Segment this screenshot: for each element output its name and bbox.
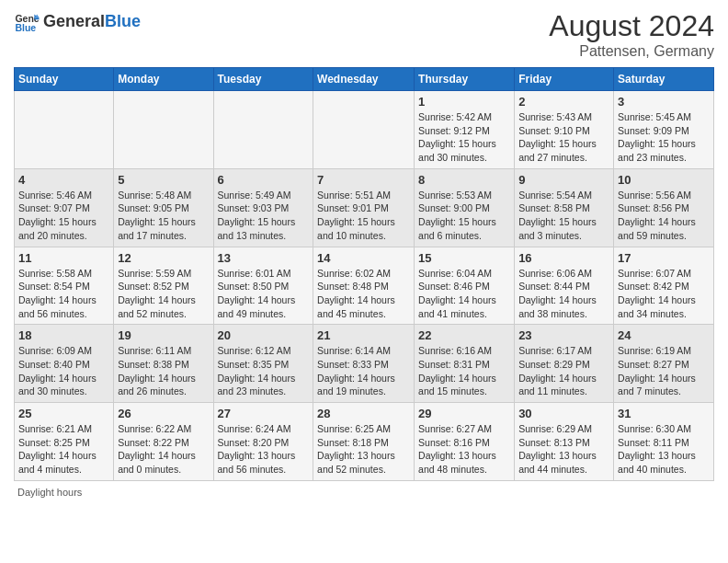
day-number: 13 — [218, 251, 310, 265]
calendar-cell: 10Sunrise: 5:56 AMSunset: 8:56 PMDayligh… — [614, 168, 714, 247]
logo-blue: Blue — [105, 12, 141, 30]
day-info: Sunrise: 6:19 AMSunset: 8:27 PMDaylight:… — [618, 344, 710, 398]
calendar-table: SundayMondayTuesdayWednesdayThursdayFrid… — [14, 67, 714, 481]
calendar-cell: 22Sunrise: 6:16 AMSunset: 8:31 PMDayligh… — [415, 325, 515, 403]
calendar-cell — [313, 91, 415, 169]
day-number: 4 — [18, 173, 109, 187]
day-number: 5 — [118, 173, 209, 187]
day-number: 18 — [18, 328, 109, 342]
calendar-cell: 25Sunrise: 6:21 AMSunset: 8:25 PMDayligh… — [15, 403, 114, 481]
logo-icon: General Blue — [14, 9, 40, 35]
day-info: Sunrise: 5:54 AMSunset: 8:58 PMDaylight:… — [518, 189, 609, 243]
day-info: Sunrise: 5:43 AMSunset: 9:10 PMDaylight:… — [518, 110, 609, 165]
day-number: 26 — [118, 407, 209, 420]
calendar-cell — [114, 91, 213, 169]
page-title: August 2024 — [549, 9, 714, 43]
day-number: 17 — [618, 251, 710, 265]
day-info: Sunrise: 5:45 AMSunset: 9:09 PMDaylight:… — [618, 110, 710, 165]
calendar-week-row: 11Sunrise: 5:58 AMSunset: 8:54 PMDayligh… — [15, 247, 714, 325]
title-block: August 2024 Pattensen, Germany — [549, 9, 714, 60]
day-info: Sunrise: 6:21 AMSunset: 8:25 PMDaylight:… — [18, 422, 109, 477]
day-number: 16 — [518, 251, 609, 265]
day-info: Sunrise: 5:59 AMSunset: 8:52 PMDaylight:… — [118, 267, 209, 321]
day-info: Sunrise: 5:53 AMSunset: 9:00 PMDaylight:… — [418, 189, 510, 243]
day-number: 28 — [317, 407, 410, 420]
day-of-week-header: Monday — [114, 68, 213, 91]
calendar-cell: 19Sunrise: 6:11 AMSunset: 8:38 PMDayligh… — [114, 325, 213, 403]
day-number: 20 — [218, 328, 310, 342]
calendar-cell: 24Sunrise: 6:19 AMSunset: 8:27 PMDayligh… — [614, 325, 714, 403]
calendar-cell: 14Sunrise: 6:02 AMSunset: 8:48 PMDayligh… — [313, 247, 415, 325]
calendar-cell: 13Sunrise: 6:01 AMSunset: 8:50 PMDayligh… — [213, 247, 313, 325]
calendar-cell — [213, 91, 313, 169]
day-info: Sunrise: 6:27 AMSunset: 8:16 PMDaylight:… — [418, 422, 510, 477]
calendar-header-row: SundayMondayTuesdayWednesdayThursdayFrid… — [15, 68, 714, 91]
calendar-cell: 8Sunrise: 5:53 AMSunset: 9:00 PMDaylight… — [415, 168, 515, 247]
day-number: 1 — [418, 95, 510, 109]
day-info: Sunrise: 6:30 AMSunset: 8:11 PMDaylight:… — [618, 422, 710, 477]
calendar-cell: 27Sunrise: 6:24 AMSunset: 8:20 PMDayligh… — [213, 403, 313, 481]
calendar-week-row: 4Sunrise: 5:46 AMSunset: 9:07 PMDaylight… — [15, 168, 714, 247]
day-info: Sunrise: 6:02 AMSunset: 8:48 PMDaylight:… — [317, 267, 410, 321]
day-info: Sunrise: 6:04 AMSunset: 8:46 PMDaylight:… — [418, 267, 510, 321]
calendar-cell: 30Sunrise: 6:29 AMSunset: 8:13 PMDayligh… — [515, 403, 614, 481]
day-info: Sunrise: 6:25 AMSunset: 8:18 PMDaylight:… — [317, 422, 410, 477]
day-number: 29 — [418, 407, 510, 420]
calendar-cell: 9Sunrise: 5:54 AMSunset: 8:58 PMDaylight… — [515, 168, 614, 247]
day-of-week-header: Saturday — [614, 68, 714, 91]
day-info: Sunrise: 5:48 AMSunset: 9:05 PMDaylight:… — [118, 189, 209, 243]
day-number: 21 — [317, 328, 410, 342]
day-number: 31 — [618, 407, 710, 420]
day-info: Sunrise: 6:14 AMSunset: 8:33 PMDaylight:… — [317, 344, 410, 398]
calendar-cell: 29Sunrise: 6:27 AMSunset: 8:16 PMDayligh… — [415, 403, 515, 481]
calendar-cell: 28Sunrise: 6:25 AMSunset: 8:18 PMDayligh… — [313, 403, 415, 481]
day-info: Sunrise: 5:46 AMSunset: 9:07 PMDaylight:… — [18, 189, 109, 243]
calendar-cell: 18Sunrise: 6:09 AMSunset: 8:40 PMDayligh… — [15, 325, 114, 403]
daylight-hours-label: Daylight hours — [17, 487, 82, 498]
day-info: Sunrise: 5:49 AMSunset: 9:03 PMDaylight:… — [218, 189, 310, 243]
calendar-cell: 4Sunrise: 5:46 AMSunset: 9:07 PMDaylight… — [15, 168, 114, 247]
day-number: 15 — [418, 251, 510, 265]
calendar-cell: 11Sunrise: 5:58 AMSunset: 8:54 PMDayligh… — [15, 247, 114, 325]
calendar-week-row: 18Sunrise: 6:09 AMSunset: 8:40 PMDayligh… — [15, 325, 714, 403]
calendar-cell: 20Sunrise: 6:12 AMSunset: 8:35 PMDayligh… — [213, 325, 313, 403]
logo-general: General — [43, 12, 105, 30]
day-info: Sunrise: 6:29 AMSunset: 8:13 PMDaylight:… — [518, 422, 609, 477]
day-info: Sunrise: 5:56 AMSunset: 8:56 PMDaylight:… — [618, 189, 710, 243]
calendar-cell: 2Sunrise: 5:43 AMSunset: 9:10 PMDaylight… — [515, 91, 614, 169]
calendar-week-row: 25Sunrise: 6:21 AMSunset: 8:25 PMDayligh… — [15, 403, 714, 481]
day-number: 23 — [518, 328, 609, 342]
calendar-cell: 6Sunrise: 5:49 AMSunset: 9:03 PMDaylight… — [213, 168, 313, 247]
day-info: Sunrise: 6:17 AMSunset: 8:29 PMDaylight:… — [518, 344, 609, 398]
calendar-cell: 7Sunrise: 5:51 AMSunset: 9:01 PMDaylight… — [313, 168, 415, 247]
calendar-cell: 1Sunrise: 5:42 AMSunset: 9:12 PMDaylight… — [415, 91, 515, 169]
day-info: Sunrise: 5:58 AMSunset: 8:54 PMDaylight:… — [18, 267, 109, 321]
day-info: Sunrise: 6:22 AMSunset: 8:22 PMDaylight:… — [118, 422, 209, 477]
day-info: Sunrise: 5:42 AMSunset: 9:12 PMDaylight:… — [418, 110, 510, 165]
day-info: Sunrise: 6:16 AMSunset: 8:31 PMDaylight:… — [418, 344, 510, 398]
calendar-cell — [15, 91, 114, 169]
day-number: 25 — [18, 407, 109, 420]
day-number: 8 — [418, 173, 510, 187]
calendar-week-row: 1Sunrise: 5:42 AMSunset: 9:12 PMDaylight… — [15, 91, 714, 169]
footer: Daylight hours — [14, 487, 714, 498]
calendar-cell: 5Sunrise: 5:48 AMSunset: 9:05 PMDaylight… — [114, 168, 213, 247]
day-info: Sunrise: 6:09 AMSunset: 8:40 PMDaylight:… — [18, 344, 109, 398]
calendar-cell: 23Sunrise: 6:17 AMSunset: 8:29 PMDayligh… — [515, 325, 614, 403]
logo-text-block: GeneralBlue — [43, 13, 141, 31]
day-info: Sunrise: 6:07 AMSunset: 8:42 PMDaylight:… — [618, 267, 710, 321]
day-number: 6 — [218, 173, 310, 187]
calendar-cell: 15Sunrise: 6:04 AMSunset: 8:46 PMDayligh… — [415, 247, 515, 325]
day-of-week-header: Friday — [515, 68, 614, 91]
calendar-cell: 16Sunrise: 6:06 AMSunset: 8:44 PMDayligh… — [515, 247, 614, 325]
day-info: Sunrise: 6:01 AMSunset: 8:50 PMDaylight:… — [218, 267, 310, 321]
calendar-cell: 3Sunrise: 5:45 AMSunset: 9:09 PMDaylight… — [614, 91, 714, 169]
day-number: 14 — [317, 251, 410, 265]
day-of-week-header: Tuesday — [213, 68, 313, 91]
day-number: 2 — [518, 95, 609, 109]
day-info: Sunrise: 6:24 AMSunset: 8:20 PMDaylight:… — [218, 422, 310, 477]
day-number: 11 — [18, 251, 109, 265]
logo: General Blue GeneralBlue — [14, 9, 141, 35]
day-number: 27 — [218, 407, 310, 420]
day-number: 7 — [317, 173, 410, 187]
